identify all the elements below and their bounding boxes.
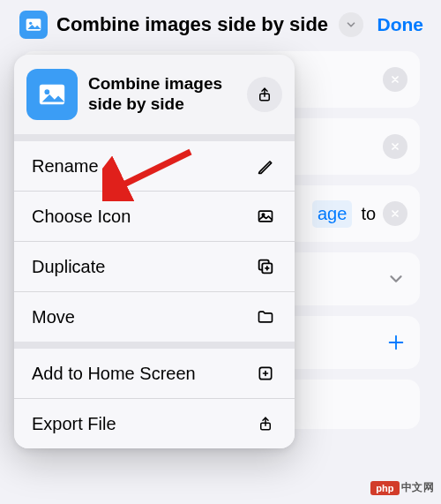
close-icon (390, 74, 400, 85)
share-button[interactable] (247, 77, 282, 112)
duplicate-icon (254, 255, 277, 278)
shortcut-options-popover: Combine images side by side Rename Choos… (14, 55, 295, 448)
shortcut-glyph-icon (19, 11, 48, 39)
svg-point-1 (29, 22, 32, 25)
title-menu-toggle[interactable] (339, 12, 363, 37)
menu-item-rename[interactable]: Rename (14, 141, 295, 191)
menu-item-duplicate[interactable]: Duplicate (14, 242, 295, 291)
share-icon (257, 86, 273, 103)
menu-item-label: Move (32, 307, 75, 327)
popover-header: Combine images side by side (14, 55, 295, 134)
close-icon (390, 208, 400, 219)
svg-rect-5 (259, 211, 273, 222)
watermark-text: 中文网 (401, 480, 435, 495)
shortcut-title: Combine images side by side (56, 13, 328, 36)
menu-item-add-home-screen[interactable]: Add to Home Screen (14, 349, 295, 398)
menu-item-move[interactable]: Move (14, 292, 295, 342)
folder-icon (254, 305, 277, 328)
remove-action-button[interactable] (383, 67, 407, 92)
photo-icon (254, 205, 277, 228)
menu-item-export-file[interactable]: Export File (14, 399, 295, 448)
watermark: php 中文网 (370, 480, 434, 495)
done-button[interactable]: Done (377, 14, 424, 35)
action-word: to (361, 204, 376, 224)
popover-title: Combine images side by side (88, 74, 236, 115)
remove-action-button[interactable] (383, 134, 407, 159)
export-icon (254, 412, 277, 435)
add-square-icon (254, 362, 277, 385)
pencil-icon (254, 154, 277, 177)
menu-item-choose-icon[interactable]: Choose Icon (14, 192, 295, 241)
plus-icon[interactable] (386, 333, 406, 352)
menu-item-label: Add to Home Screen (32, 364, 196, 384)
shortcut-glyph-icon (26, 69, 78, 120)
svg-point-3 (45, 89, 50, 94)
editor-header: Combine images side by side Done (0, 0, 441, 51)
menu-item-label: Choose Icon (32, 207, 131, 227)
menu-item-label: Rename (32, 156, 99, 177)
chevron-down-icon[interactable] (386, 269, 406, 289)
remove-action-button[interactable] (383, 201, 407, 226)
close-icon (390, 141, 400, 152)
menu-item-label: Duplicate (32, 257, 105, 277)
menu-item-label: Export File (32, 414, 116, 434)
watermark-badge: php (370, 481, 399, 495)
variable-token[interactable]: age (312, 200, 352, 228)
chevron-down-icon (345, 19, 357, 31)
